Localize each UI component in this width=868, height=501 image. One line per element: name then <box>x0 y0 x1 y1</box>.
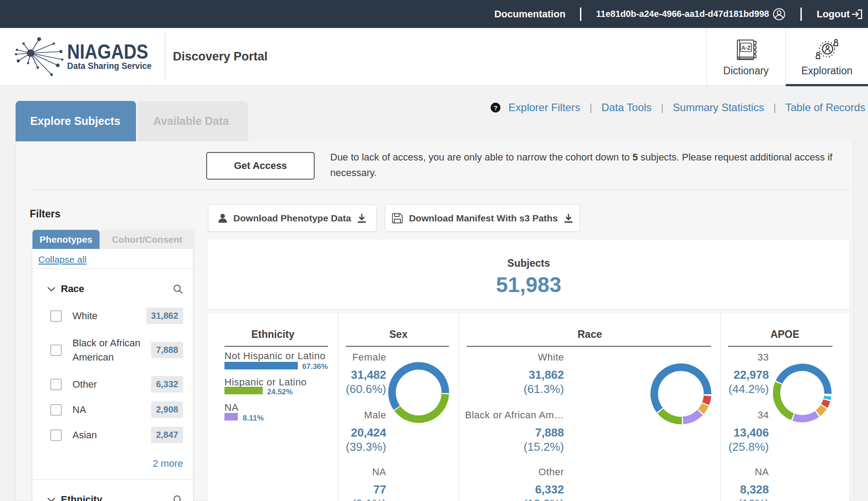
svg-text:A-Z: A-Z <box>741 44 751 51</box>
